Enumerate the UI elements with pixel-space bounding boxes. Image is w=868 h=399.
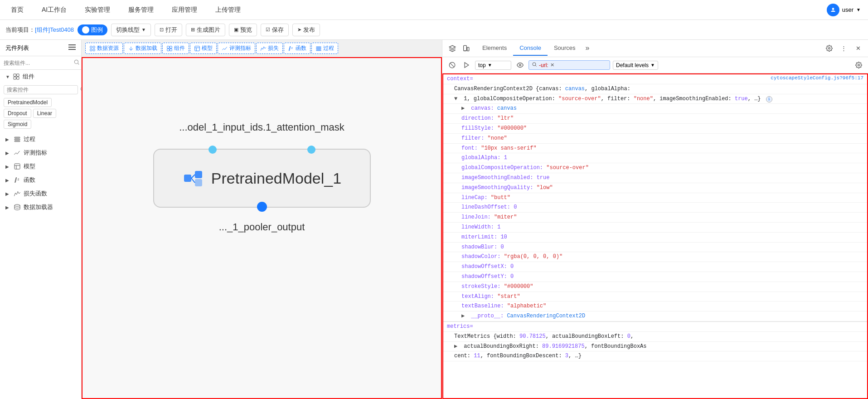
loss-section-header[interactable]: ▶ 损失函数: [0, 187, 81, 200]
publish-btn[interactable]: ➤ 发布: [292, 24, 320, 36]
svg-point-41: [828, 48, 830, 49]
nav-ai[interactable]: AI工作台: [38, 4, 70, 16]
console-line: lineWidth: 1: [443, 223, 867, 233]
console-line: lineDashOffset: 0: [443, 203, 867, 213]
context-selector[interactable]: top ▼: [475, 61, 511, 70]
open-icon: ⊡: [160, 27, 164, 33]
console-output[interactable]: context= cytoscapeStyleConfig.js?96f5:17…: [443, 74, 867, 398]
tool-component[interactable]: 组件: [162, 43, 189, 54]
expand-icon[interactable]: ▶: [454, 343, 459, 350]
svg-rect-30: [316, 46, 321, 47]
expand-icon[interactable]: ▶: [461, 105, 466, 112]
console-content: imageSmoothingQuality: "low": [461, 184, 863, 192]
tool-metric[interactable]: 评测指标: [218, 43, 255, 54]
expand-icon[interactable]: ▶: [461, 312, 466, 320]
console-settings-icon[interactable]: [853, 59, 864, 71]
nav-app[interactable]: 应用管理: [168, 4, 201, 16]
tool-function[interactable]: 函数: [284, 43, 310, 54]
svg-rect-1: [68, 44, 76, 45]
nav-experiment[interactable]: 实验管理: [81, 4, 114, 16]
second-bar: 当前项目：[组件]Test0408 图例 切换线型 ▼ ⊡ 打开 ⊞ 生成图片 …: [0, 20, 868, 40]
svg-line-5: [78, 63, 79, 65]
console-content: ▶ __proto__: CanvasRenderingContext2D: [461, 312, 863, 320]
tag-linear[interactable]: Linear: [33, 109, 56, 118]
levels-dropdown-icon: ▼: [650, 63, 655, 68]
svg-rect-8: [14, 77, 16, 79]
inspect-icon[interactable]: [446, 42, 459, 55]
pause-icon[interactable]: [461, 59, 472, 71]
device-toggle-icon[interactable]: [460, 42, 472, 55]
canvas-node-box[interactable]: PretrainedModel_1: [153, 149, 371, 208]
dataloader-section-header[interactable]: ▶ 数据加载器: [0, 200, 81, 214]
console-line: imageSmoothingQuality: "low": [443, 183, 867, 193]
top-nav: 首页 AI工作台 实验管理 服务管理 应用管理 上传管理 user ▼: [0, 0, 868, 20]
metric-icon: [14, 149, 21, 156]
expand-icon[interactable]: ▼: [454, 95, 459, 103]
tool-data-load[interactable]: 数据加载: [124, 43, 161, 54]
loss-section: ▶ 损失函数: [0, 187, 81, 200]
svg-rect-34: [195, 171, 202, 178]
tag-sigmoid[interactable]: Sigmoid: [4, 120, 31, 129]
close-devtools-icon[interactable]: ✕: [852, 42, 864, 55]
process-section-header[interactable]: ▶ 过程: [0, 132, 81, 146]
switch-line-btn[interactable]: 切换线型 ▼: [111, 24, 151, 36]
console-line: globalCompositeOperation: "source-over": [443, 163, 867, 173]
preview-btn[interactable]: ▣ 预览: [229, 24, 257, 36]
sidebar-search-input[interactable]: [4, 60, 72, 66]
canvas-top-label: ...odel_1_input_ids.1_attention_mask: [179, 122, 344, 133]
toggle-graph-btn[interactable]: 图例: [78, 24, 107, 35]
svg-point-46: [533, 63, 536, 66]
canvas-port-top-right[interactable]: [307, 146, 315, 154]
loss-icon: [14, 190, 21, 197]
console-line: TextMetrics {width: 90.78125, actualBoun…: [443, 332, 867, 342]
log-levels-selector[interactable]: Default levels ▼: [613, 61, 658, 70]
tab-console[interactable]: Console: [513, 41, 548, 56]
component-search-input[interactable]: [4, 85, 78, 94]
search-icon[interactable]: [73, 59, 80, 67]
console-content: metrics=: [447, 323, 863, 331]
canvas-port-bottom[interactable]: [257, 202, 267, 212]
eye-icon[interactable]: [514, 59, 526, 71]
svg-point-45: [519, 64, 521, 66]
tool-model[interactable]: 模型: [190, 43, 217, 54]
tab-elements[interactable]: Elements: [476, 41, 513, 56]
console-source[interactable]: cytoscapeStyleConfig.js?96f5:17: [771, 75, 863, 81]
console-content: lineWidth: 1: [461, 224, 863, 231]
user-menu[interactable]: user ▼: [827, 4, 861, 16]
console-line: shadowOffsetY: 0: [443, 272, 867, 282]
console-content: shadowOffsetY: 0: [461, 273, 863, 281]
svg-rect-7: [17, 74, 19, 76]
console-line: ▶ canvas: canvas: [443, 104, 867, 114]
tab-sources[interactable]: Sources: [548, 41, 582, 56]
console-content: CanvasRenderingContext2D {canvas: canvas…: [454, 85, 863, 93]
more-options-icon[interactable]: ⋮: [837, 42, 850, 55]
filter-clear-icon[interactable]: ✕: [550, 62, 554, 68]
tool-process[interactable]: 过程: [311, 43, 338, 54]
settings-icon[interactable]: [823, 42, 835, 55]
component-section-header[interactable]: ▼ 组件: [0, 70, 81, 83]
canvas-area[interactable]: ...odel_1_input_ids.1_attention_mask Pre…: [82, 57, 442, 399]
nav-upload[interactable]: 上传管理: [212, 4, 244, 16]
tag-dropout[interactable]: Dropout: [4, 109, 31, 118]
generate-img-btn[interactable]: ⊞ 生成图片: [186, 24, 225, 36]
console-line: ▶ actualBoundingBoxRight: 89.9169921875,…: [443, 342, 867, 352]
open-btn[interactable]: ⊡ 打开: [155, 24, 182, 36]
filter-input-area[interactable]: -url: ✕: [529, 60, 610, 70]
tab-more[interactable]: »: [582, 42, 593, 55]
console-content: textAlign: "start": [461, 293, 863, 301]
tool-loss[interactable]: 损失: [256, 43, 283, 54]
save-btn[interactable]: ☑ 保存: [261, 24, 289, 36]
canvas-port-top-left[interactable]: [209, 146, 217, 154]
clear-console-icon[interactable]: [446, 59, 458, 71]
nav-service[interactable]: 服务管理: [125, 4, 157, 16]
sidebar-header: 元件列表: [0, 40, 81, 56]
console-content: globalCompositeOperation: "source-over": [461, 164, 863, 172]
info-icon[interactable]: i: [766, 96, 772, 102]
tool-data-resource[interactable]: 数据资源: [85, 43, 123, 54]
function-section-header[interactable]: ▶ 函数: [0, 173, 81, 187]
metric-section-header[interactable]: ▶ 评测指标: [0, 146, 81, 160]
tag-pretrained[interactable]: PretrainedModel: [4, 98, 52, 107]
sidebar-menu-icon[interactable]: [68, 44, 76, 52]
nav-home[interactable]: 首页: [7, 4, 27, 16]
model-section-header[interactable]: ▶ 模型: [0, 160, 81, 173]
